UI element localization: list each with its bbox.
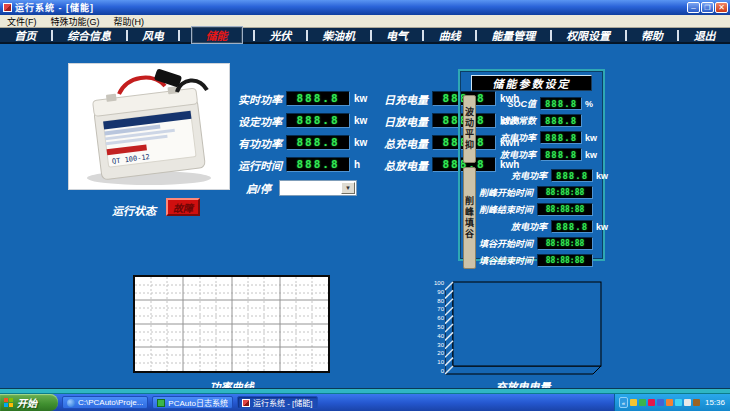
tick-label: 90: [428, 289, 444, 295]
tray-icon[interactable]: [630, 399, 637, 406]
tick-label: 70: [428, 306, 444, 312]
tick-label: 80: [428, 298, 444, 304]
metric-label: 总放电量: [380, 157, 428, 173]
nav-overview[interactable]: 综合信息: [63, 27, 115, 43]
taskbar-item-label: PCAuto日志系统: [168, 397, 228, 408]
nav-permissions[interactable]: 权限设置: [562, 27, 614, 43]
led-display: 888.8: [540, 131, 582, 144]
nav-exit[interactable]: 退出: [690, 27, 720, 43]
nav-separator: [475, 30, 477, 41]
metric-label: 日充电量: [380, 91, 428, 107]
taskbar: 开始 C:\PCAuto\Proje... PCAuto日志系统 运行系统 - …: [0, 394, 730, 411]
led-display: 888.8: [286, 157, 350, 172]
nav-separator: [370, 30, 372, 41]
nav-separator: [625, 30, 627, 41]
tick-label: 0: [428, 368, 444, 374]
app-icon: [3, 3, 12, 12]
param-row: 削峰开始时间 88:88:88: [479, 184, 611, 201]
close-button[interactable]: [715, 2, 728, 13]
start-button[interactable]: 开始: [0, 394, 58, 411]
tray-icon[interactable]: [657, 399, 664, 406]
run-status-indicator: 故障: [166, 198, 200, 216]
metric-label: 运行时间: [234, 157, 282, 173]
y-axis-ticks: 100 90 80 70 60 50 40 30 20 10 0: [428, 280, 444, 374]
run-status-label: 运行状态: [112, 202, 156, 218]
param-row: 放电功率 888.8 kw: [479, 146, 600, 163]
nav-storage-active[interactable]: 储能: [191, 26, 243, 44]
param-unit: kw: [585, 150, 600, 160]
menu-special-functions[interactable]: 特殊功能(G): [44, 15, 107, 28]
nav-separator: [306, 30, 308, 41]
tray-collapse-icon[interactable]: [619, 397, 628, 408]
metric-unit: kw: [354, 115, 367, 126]
nav-diesel[interactable]: 柴油机: [318, 27, 359, 43]
param-label: 削峰开始时间: [479, 186, 533, 199]
tick-label: 100: [428, 280, 444, 286]
log-app-icon: [157, 399, 165, 407]
menu-file[interactable]: 文件(F): [0, 15, 44, 28]
param-label: 充电功率: [479, 169, 547, 182]
param-row: 充电功率 888.8 kw: [479, 167, 611, 184]
tray-icon[interactable]: [684, 399, 691, 406]
metric-row: 运行时间 888.8 h: [234, 157, 367, 172]
panel-title: 储能参数设定: [471, 75, 592, 91]
tray-icon[interactable]: [639, 399, 646, 406]
tray-icon[interactable]: [693, 399, 700, 406]
nav-pv[interactable]: 光伏: [265, 27, 295, 43]
led-time-display: 88:88:88: [537, 186, 593, 199]
led-display: 888.8: [540, 148, 582, 161]
nav-separator: [126, 30, 128, 41]
nav-help[interactable]: 帮助: [637, 27, 667, 43]
chart-3d-frame: [445, 280, 610, 380]
led-display: 888.8: [540, 97, 582, 110]
param-unit: kw: [585, 133, 600, 143]
tray-icon[interactable]: [675, 399, 682, 406]
param-label: 填谷开始时间: [479, 237, 533, 250]
browser-icon: [67, 399, 75, 407]
taskbar-item-explorer[interactable]: C:\PCAuto\Proje...: [62, 396, 148, 409]
nav-separator: [253, 30, 255, 41]
metric-label: 有功功率: [234, 135, 282, 151]
param-label: 充电功率: [479, 131, 536, 144]
taskbar-clock[interactable]: 15:36: [705, 398, 725, 407]
metric-label: 设定功率: [234, 113, 282, 129]
menu-help[interactable]: 帮助(H): [107, 15, 152, 28]
taskbar-item-label: C:\PCAuto\Proje...: [78, 398, 143, 407]
power-metrics: 实时功率 888.8 kw 设定功率 888.8 kw 有功功率 888.8 k…: [234, 91, 367, 172]
minimize-button[interactable]: [687, 2, 700, 13]
start-stop-control: 启/停: [246, 180, 357, 196]
nav-separator: [422, 30, 424, 41]
system-tray: 15:36: [614, 394, 730, 411]
led-display: 888.8: [286, 91, 350, 106]
start-stop-label: 启/停: [246, 180, 271, 196]
tick-label: 10: [428, 359, 444, 365]
tray-icon[interactable]: [648, 399, 655, 406]
param-unit: kw: [596, 222, 611, 232]
param-label: 放电功率: [479, 148, 536, 161]
taskbar-item-log-system[interactable]: PCAuto日志系统: [152, 396, 233, 409]
param-row: 填谷结束时间 88:88:88: [479, 252, 611, 269]
taskbar-item-run-system-active[interactable]: 运行系统 - [储能]: [237, 396, 318, 409]
metric-unit: h: [354, 159, 360, 170]
start-stop-dropdown[interactable]: [279, 180, 357, 196]
start-label: 开始: [17, 395, 37, 410]
tick-label: 60: [428, 315, 444, 321]
title-bar: 运行系统 - [储能]: [0, 0, 730, 15]
nav-curves[interactable]: 曲线: [435, 27, 465, 43]
battery-photo: QT 100-12: [68, 63, 230, 190]
tick-label: 30: [428, 342, 444, 348]
nav-electrical[interactable]: 电气: [382, 27, 412, 43]
nav-wind[interactable]: 风电: [138, 27, 168, 43]
metric-row: 实时功率 888.8 kw: [234, 91, 367, 106]
nav-energy-mgmt[interactable]: 能量管理: [487, 27, 539, 43]
nav-home[interactable]: 首页: [10, 27, 40, 43]
maximize-button[interactable]: [701, 2, 714, 13]
tray-icon[interactable]: [666, 399, 673, 406]
section-tab: 波动平抑: [463, 95, 476, 163]
section-tab: 削峰填谷: [463, 167, 476, 269]
nav-separator: [178, 30, 180, 41]
param-row: SOC值 888.8 %: [479, 95, 600, 112]
param-unit: kw: [596, 171, 611, 181]
param-row: 放电功率 888.8 kw: [479, 218, 611, 235]
taskbar-item-label: 运行系统 - [储能]: [253, 397, 313, 408]
